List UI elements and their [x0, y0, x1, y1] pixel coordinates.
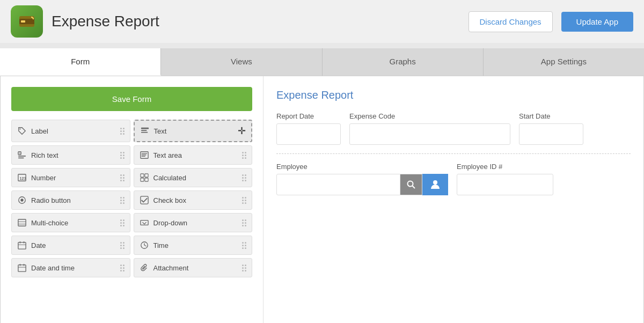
start-date-label: Start Date	[519, 112, 583, 120]
drag-handle	[120, 174, 125, 181]
text-area-icon	[140, 150, 149, 160]
datetime-icon	[17, 263, 27, 273]
drag-handle	[242, 174, 246, 181]
expense-code-input[interactable]	[349, 123, 510, 145]
svg-rect-9	[18, 156, 26, 157]
employee-id-group: Employee ID #	[457, 163, 553, 195]
form-row-1: Report Date Expense Code Start Date	[276, 112, 631, 145]
svg-rect-6	[141, 132, 147, 133]
field-attachment-item[interactable]: Attachment	[134, 258, 253, 277]
field-checkbox-item[interactable]: Check box	[134, 190, 253, 210]
field-dropdown-item[interactable]: Drop-down	[134, 213, 253, 232]
employee-id-label: Employee ID #	[457, 163, 553, 171]
field-text-area-item[interactable]: Text area	[134, 145, 253, 165]
svg-rect-4	[141, 128, 148, 129]
drag-handle	[242, 242, 246, 249]
svg-rect-20	[144, 178, 148, 181]
employee-label: Employee	[276, 163, 448, 171]
report-date-input[interactable]	[276, 123, 341, 145]
update-app-button[interactable]: Update App	[561, 12, 633, 32]
employee-input-group	[276, 174, 448, 195]
svg-rect-12	[141, 153, 147, 153]
attachment-icon	[140, 263, 149, 273]
app-header: Expense Report Discard Changes Update Ap…	[0, 0, 644, 43]
drag-handle	[120, 265, 125, 271]
start-date-group: Start Date	[519, 112, 583, 145]
form-preview: Expense Report Report Date Expense Code …	[264, 76, 643, 323]
drag-handle	[120, 242, 125, 249]
drag-handle	[120, 128, 125, 135]
field-date-item[interactable]: Date	[11, 236, 130, 255]
drag-handle	[120, 219, 125, 226]
field-number-item[interactable]: 123 Number	[11, 168, 130, 187]
field-datetime-item[interactable]: Date and time	[11, 258, 130, 277]
tab-bar: Form Views Graphs App Settings	[0, 48, 644, 76]
employee-group: Employee	[276, 163, 448, 195]
svg-point-39	[408, 181, 413, 187]
svg-point-41	[433, 180, 437, 185]
radio-icon	[17, 195, 27, 205]
employee-input[interactable]	[276, 174, 400, 195]
calculated-icon	[140, 173, 149, 182]
svg-point-3	[19, 128, 20, 129]
drag-handle	[242, 265, 246, 271]
svg-text:123: 123	[20, 177, 26, 181]
svg-rect-14	[141, 156, 145, 157]
save-form-button[interactable]: Save Form	[11, 87, 252, 111]
rich-text-icon: A	[17, 150, 27, 160]
drag-handle	[242, 152, 246, 159]
expense-code-label: Expense Code	[349, 112, 510, 120]
drag-handle	[242, 197, 246, 204]
report-date-group: Report Date	[276, 112, 341, 145]
main-content: Save Form Label Text	[0, 76, 644, 323]
svg-line-40	[413, 186, 415, 189]
svg-text:A: A	[19, 152, 21, 155]
report-date-label: Report Date	[276, 112, 341, 120]
drag-handle	[120, 152, 125, 159]
dropdown-icon	[140, 218, 149, 227]
field-label-item[interactable]: Label	[11, 120, 130, 142]
svg-point-22	[20, 199, 23, 201]
expense-code-group: Expense Code	[349, 112, 510, 145]
tab-graphs[interactable]: Graphs	[323, 48, 484, 76]
multi-choice-icon	[17, 218, 27, 227]
svg-rect-2	[21, 20, 25, 23]
form-title: Expense Report	[276, 89, 631, 101]
page-title: Expense Report	[52, 13, 460, 30]
text-icon	[140, 126, 150, 136]
svg-rect-35	[18, 265, 26, 271]
drag-handle	[120, 197, 125, 204]
field-radio-item[interactable]: Radio button	[11, 190, 130, 210]
form-row-2: Employee	[276, 163, 631, 195]
drag-handle	[242, 219, 246, 226]
svg-rect-17	[140, 174, 143, 177]
field-multi-choice-item[interactable]: Multi-choice	[11, 213, 130, 232]
field-calculated-item[interactable]: Calculated	[134, 168, 253, 187]
start-date-input[interactable]	[519, 123, 583, 145]
field-rich-text-item[interactable]: A Rich text	[11, 145, 130, 165]
app-icon	[11, 5, 43, 38]
svg-rect-24	[18, 219, 26, 226]
employee-search-button[interactable]	[400, 174, 422, 195]
discard-changes-button[interactable]: Discard Changes	[469, 11, 553, 32]
svg-rect-13	[141, 155, 146, 155]
svg-rect-19	[140, 178, 143, 181]
person-icon	[430, 179, 441, 190]
tab-views[interactable]: Views	[161, 48, 322, 76]
field-list: Label Text ✛ A	[11, 120, 252, 277]
number-icon: 123	[17, 173, 27, 182]
employee-id-input[interactable]	[457, 174, 553, 195]
form-divider	[276, 153, 631, 154]
drag-cursor-icon: ✛	[238, 125, 246, 137]
employee-person-button[interactable]	[422, 174, 448, 195]
field-palette: Save Form Label Text	[1, 76, 264, 323]
svg-rect-10	[18, 157, 24, 158]
date-icon	[17, 240, 27, 250]
tab-form[interactable]: Form	[0, 48, 161, 76]
time-icon	[140, 240, 149, 250]
field-time-item[interactable]: Time	[134, 236, 253, 255]
tab-app-settings[interactable]: App Settings	[484, 48, 644, 76]
field-text-item[interactable]: Text ✛	[134, 120, 253, 142]
search-icon	[407, 180, 415, 189]
checkbox-icon	[140, 195, 149, 205]
